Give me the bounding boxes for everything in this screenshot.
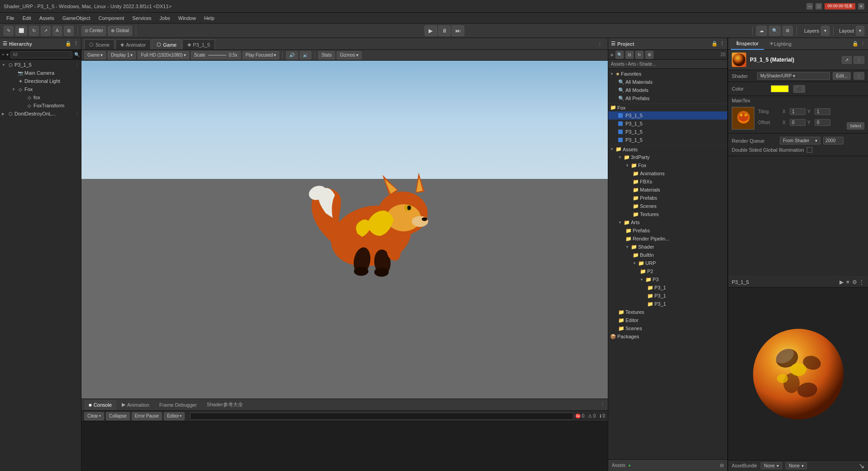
hierarchy-search-input[interactable] <box>10 51 72 58</box>
animations-folder[interactable]: 📁 Animations <box>608 169 727 178</box>
hierarchy-lock-icon[interactable]: 🔒 <box>65 41 72 47</box>
inspector-more-icon[interactable]: ⋮ <box>860 41 865 47</box>
preview-play-btn[interactable]: ▶ <box>839 279 844 285</box>
materials-folder[interactable]: 📁 Materials <box>608 186 727 194</box>
minimize-icon[interactable]: ─ <box>806 3 813 10</box>
menu-jobs[interactable]: Jobs <box>156 14 174 22</box>
ab-variant-dropdown[interactable]: None ▾ <box>786 462 807 469</box>
tool-scale[interactable]: ↗ <box>41 26 51 36</box>
tree-item-dontdestroy[interactable]: ▶ ⬡ DontDestroyOnL... ⋮ <box>0 110 81 118</box>
scene-more[interactable]: ⋮ <box>75 62 79 67</box>
prefabs-folder[interactable]: 📁 Prefabs <box>608 194 727 202</box>
offset-x-input[interactable] <box>790 119 806 126</box>
preview-canvas[interactable] <box>728 288 868 460</box>
p3-1-2-folder[interactable]: 📁 P3_1 <box>608 292 727 300</box>
p3-folder[interactable]: ▼ 📁 P3 <box>608 275 727 284</box>
collab-btn[interactable]: ☁ <box>756 26 767 36</box>
breadcrumb-arts[interactable]: Arts <box>628 62 636 67</box>
dontdestroy-more[interactable]: ⋮ <box>75 111 79 116</box>
color-edit-btn[interactable]: ⬛ <box>793 85 805 93</box>
play-focused-btn[interactable]: Play Focused ▾ <box>243 51 280 59</box>
textures-folder[interactable]: 📁 Textures <box>608 308 727 316</box>
select-texture-btn[interactable]: Select <box>847 122 864 130</box>
audio2-btn[interactable]: 🔉 <box>300 51 311 59</box>
packages-folder[interactable]: 📦 Packages <box>608 332 727 341</box>
menu-window[interactable]: Window <box>175 14 200 22</box>
global-btn[interactable]: ⊕ Global <box>108 26 132 36</box>
shader-options-btn[interactable]: ⋮ <box>854 72 864 80</box>
menu-file[interactable]: File <box>3 14 18 22</box>
menu-edit[interactable]: Edit <box>19 14 35 22</box>
pause-button[interactable]: ⏸ <box>438 25 451 36</box>
tool-custom[interactable]: ⊞ <box>64 26 74 36</box>
fox-subfolder[interactable]: ▼ 📁 Fox <box>608 161 727 169</box>
tool-rect[interactable]: ⬜ <box>15 26 27 36</box>
arts-folder[interactable]: ▼ 📁 Arts <box>608 218 727 226</box>
breadcrumb-shade[interactable]: Shade... <box>639 62 656 67</box>
record-button[interactable]: 00:00:00 结束 <box>825 3 855 10</box>
error-pause-button[interactable]: Error Pause <box>132 412 162 420</box>
game-display-btn[interactable]: Game ▾ <box>84 51 106 59</box>
all-models-item[interactable]: 🔍 All Models <box>608 86 727 94</box>
p3-1-folder[interactable]: 📁 P3_1 <box>608 284 727 292</box>
p3-file-4[interactable]: P3_1_5 <box>608 136 727 144</box>
scenes-folder[interactable]: 📁 Scenes <box>608 324 727 332</box>
preview-settings-btn[interactable]: ⚙ <box>852 279 857 285</box>
filter-btn[interactable]: ⊟ <box>625 51 634 59</box>
menu-assets[interactable]: Assets <box>36 14 58 22</box>
scenes-fox-folder[interactable]: 📁 Scenes <box>608 202 727 210</box>
tiling-y-input[interactable] <box>815 108 830 115</box>
tool-move[interactable]: ✎ <box>4 26 14 36</box>
tab-console[interactable]: ■ Console <box>84 400 116 410</box>
audio-btn[interactable]: 🔊 <box>286 51 298 59</box>
tab-lighting[interactable]: ☀ Lighting <box>764 38 797 50</box>
editor-folder[interactable]: 📁 Editor <box>608 316 727 324</box>
offset-y-input[interactable] <box>815 119 830 126</box>
project-more-icon[interactable]: ⋮ <box>720 41 725 47</box>
tab-animation[interactable]: ▶ Animation <box>117 400 154 410</box>
tool-transform[interactable]: A <box>52 26 62 36</box>
fox-folder-header[interactable]: 📁 Fox <box>608 103 727 111</box>
all-materials-item[interactable]: 🔍 All Materials <box>608 78 727 86</box>
display-1-btn[interactable]: Display 1 ▾ <box>108 51 136 59</box>
scale-btn[interactable]: Scale 0.5x <box>191 51 241 59</box>
tool-rotate[interactable]: ↻ <box>29 26 39 36</box>
clear-button[interactable]: Clear ▾ <box>84 412 104 420</box>
shader-dropdown[interactable]: MyShader/URP ▾ <box>757 72 830 80</box>
preview-more-btn[interactable]: ⋮ <box>859 279 864 285</box>
refresh-btn[interactable]: ↻ <box>635 51 644 59</box>
builtin-folder[interactable]: 📁 BuiltIn <box>608 251 727 259</box>
ab-bundle-dropdown[interactable]: None ▾ <box>761 462 782 469</box>
close-icon[interactable]: ✕ <box>858 3 864 10</box>
fbxs-folder[interactable]: 📁 FBXs <box>608 178 727 186</box>
step-button[interactable]: ⏭ <box>452 25 464 36</box>
settings-project-btn[interactable]: ⚙ <box>645 51 653 59</box>
p3-file-1[interactable]: P3_1_5 <box>608 111 727 120</box>
add-button[interactable]: + <box>610 51 614 58</box>
render-pipeline-folder[interactable]: 📁 Render Pipelin... <box>608 235 727 243</box>
tab-game[interactable]: ⬡ Game <box>152 39 181 49</box>
resolution-btn[interactable]: Full HD (1920x1080) ▾ <box>138 51 189 59</box>
tab-frame-debugger[interactable]: Frame Debugger <box>155 400 201 410</box>
tab-p3[interactable]: ◈ P3_1_5 <box>182 39 215 49</box>
tree-item-fox[interactable]: ▼ ◇ Fox <box>0 85 81 93</box>
play-button[interactable]: ▶ <box>424 25 437 36</box>
menu-help[interactable]: Help <box>200 14 218 22</box>
texture-preview[interactable] <box>732 107 754 130</box>
search-close-icon[interactable]: 🔍 <box>74 52 80 57</box>
scene-view-canvas[interactable] <box>81 61 608 399</box>
assets-root[interactable]: ▼ 📁 Assets <box>608 145 727 153</box>
thirdparty-folder[interactable]: ▼ 📁 3rdParty <box>608 153 727 161</box>
p2-folder[interactable]: 📁 P2 <box>608 267 727 275</box>
editor-button[interactable]: Editor ▾ <box>164 412 185 420</box>
search-btn[interactable]: 🔍 <box>769 26 781 36</box>
favorites-folder[interactable]: ▼ ★ Favorites <box>608 70 727 78</box>
layers-dropdown[interactable]: ▾ <box>821 26 830 36</box>
menu-component[interactable]: Component <box>95 14 128 22</box>
arts-prefabs-folder[interactable]: 📁 Prefabs <box>608 226 727 235</box>
console-search-input[interactable] <box>190 413 573 420</box>
p3-file-3[interactable]: P3_1_5 <box>608 128 727 136</box>
breadcrumb-assets[interactable]: Assets <box>611 62 625 67</box>
rq-mode-dropdown[interactable]: From Shader ▾ <box>780 137 820 144</box>
search-dropdown-icon[interactable]: ▾ <box>6 52 9 57</box>
